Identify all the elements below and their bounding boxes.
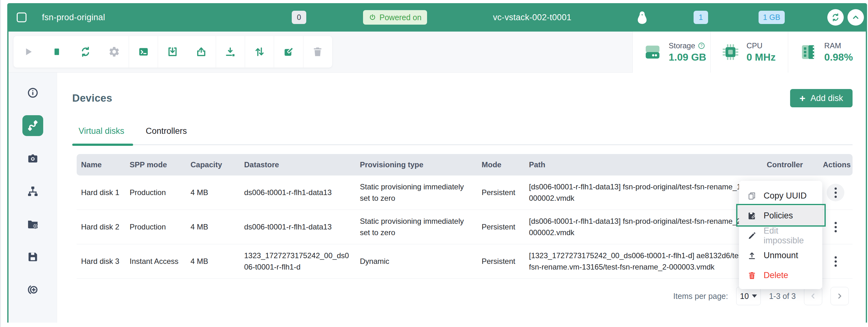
menu-item-unmount[interactable]: Unmount <box>739 245 822 265</box>
menu-item-label: Unmount <box>764 250 798 260</box>
add-circle-icon <box>27 284 39 296</box>
vm-panel-body: Storage ? 1.09 GB CPU 0 MHz <box>7 32 867 323</box>
col-spp-mode: SPP mode <box>125 154 186 176</box>
tab-controllers[interactable]: Controllers <box>144 126 189 144</box>
sidebar-item-info[interactable] <box>25 85 40 100</box>
migrate-button[interactable] <box>245 36 274 67</box>
sidebar-item-network[interactable] <box>25 184 40 199</box>
menu-item-label: Delete <box>764 270 788 280</box>
devices-tabs: Virtual disks Controllers <box>72 126 852 145</box>
page-size-value: 10 <box>740 292 749 301</box>
menu-item-delete[interactable]: Delete <box>739 265 822 285</box>
col-name: Name <box>76 154 125 176</box>
download-button[interactable] <box>216 36 245 67</box>
cell-provisioning: Static provisioning immediately set to z… <box>355 176 477 210</box>
sidebar-item-storage-policies[interactable] <box>25 216 40 232</box>
page-size-select[interactable]: 10 <box>736 287 761 305</box>
terminal-icon <box>137 46 150 58</box>
cell-path: [ds006-t0001-r-flh1-data13] fsn-prod-ori… <box>525 176 762 210</box>
folder-gear-icon <box>27 218 39 230</box>
cell-path: [1323_1727273175242_00_ds006-t0001-r-flh… <box>525 244 762 279</box>
menu-item-copy-uuid[interactable]: Copy UUID <box>739 186 822 206</box>
stop-button[interactable] <box>42 36 71 67</box>
caret-down-icon <box>752 295 757 298</box>
question-circle-icon[interactable]: ? <box>698 42 705 50</box>
camera-icon <box>27 152 39 165</box>
unmount-disk-button[interactable] <box>187 36 216 67</box>
power-icon <box>369 13 376 21</box>
vm-panel: fsn-prod-original 0 Powered on vc-vstack… <box>7 3 867 323</box>
cell-provisioning: Dynamic <box>355 244 477 279</box>
vm-name: fsn-prod-original <box>42 12 105 22</box>
chevron-right-icon <box>836 292 844 300</box>
restart-button[interactable] <box>71 36 100 67</box>
menu-item-label: Policies <box>764 211 793 220</box>
virtual-disks-table: Name SPP mode Capacity Datastore Provisi… <box>76 154 852 279</box>
cell-spp-mode: Production <box>125 176 186 210</box>
menu-item-edit-impossible[interactable]: Edit impossible <box>739 226 822 245</box>
tab-virtual-disks[interactable]: Virtual disks <box>76 126 126 144</box>
refresh-button[interactable] <box>827 9 844 26</box>
cell-mode: Persistent <box>477 210 525 244</box>
play-button[interactable] <box>13 36 42 67</box>
cable-icon <box>27 119 39 132</box>
col-datastore: Datastore <box>240 154 355 176</box>
col-actions: Actions <box>818 154 852 176</box>
download-icon <box>224 46 236 58</box>
cell-provisioning: Static provisioning immediately set to z… <box>355 210 477 244</box>
cell-name: Hard disk 1 <box>76 176 125 210</box>
mount-button[interactable] <box>158 36 187 67</box>
cpu-icon <box>721 43 740 61</box>
ram-label: RAM <box>824 41 841 50</box>
settings-button[interactable] <box>100 36 129 67</box>
arrow-into-box-icon <box>166 46 179 58</box>
row-actions-button[interactable] <box>827 218 844 236</box>
cell-mode: Persistent <box>477 244 525 279</box>
col-provisioning: Provisioning type <box>355 154 477 176</box>
storage-icon <box>644 43 662 61</box>
power-status-badge: Powered on <box>363 10 427 25</box>
col-path: Path <box>525 154 762 176</box>
vm-sidebar <box>8 72 57 323</box>
prev-page-button[interactable] <box>804 287 822 305</box>
collapse-button[interactable] <box>847 9 864 26</box>
next-page-button[interactable] <box>831 287 849 305</box>
vm-header: fsn-prod-original 0 Powered on vc-vstack… <box>7 3 867 32</box>
console-button[interactable] <box>129 36 158 67</box>
storage-value: 1.09 GB <box>669 52 706 63</box>
table-row: Hard disk 3 Instant Access 4 MB 1323_172… <box>76 244 852 279</box>
sidebar-item-add[interactable] <box>25 282 40 297</box>
cell-path: [ds006-t0001-r-flh1-data13] fsn-prod-ori… <box>525 210 762 244</box>
add-disk-label: Add disk <box>810 93 843 103</box>
info-icon <box>27 87 39 99</box>
snapshot-count-badge: 0 <box>292 11 306 24</box>
cell-datastore: ds006-t0001-r-flh1-data13 <box>240 210 355 244</box>
cell-spp-mode: Production <box>125 210 186 244</box>
chevron-up-icon <box>851 12 861 22</box>
col-capacity: Capacity <box>186 154 240 176</box>
delete-vm-button[interactable] <box>303 36 332 67</box>
svg-text:?: ? <box>701 43 703 48</box>
penguin-linux-icon <box>635 9 649 25</box>
memory-badge: 1 GB <box>758 11 785 24</box>
network-icon <box>27 185 39 197</box>
row-actions-button[interactable] <box>827 252 844 270</box>
vm-select-checkbox[interactable] <box>17 12 27 22</box>
add-disk-button[interactable]: + Add disk <box>790 89 852 107</box>
sidebar-item-devices[interactable] <box>22 115 43 136</box>
disk-actions-menu: Copy UUID Policies Edit impossible Unmou… <box>739 181 822 289</box>
menu-item-policies[interactable]: Policies <box>739 206 822 226</box>
plus-icon: + <box>800 93 806 103</box>
row-actions-button[interactable] <box>827 184 844 201</box>
edit-vm-button[interactable] <box>274 36 303 67</box>
stop-icon <box>51 46 63 58</box>
gear-icon <box>108 46 120 58</box>
power-status-label: Powered on <box>379 13 422 22</box>
sidebar-item-snapshots[interactable] <box>25 151 40 166</box>
vm-details-screen: fsn-prod-original 0 Powered on vc-vstack… <box>0 0 868 327</box>
cell-name: Hard disk 2 <box>76 210 125 244</box>
trash-icon <box>747 271 757 280</box>
policies-icon <box>747 211 757 220</box>
sidebar-item-backups[interactable] <box>25 249 40 265</box>
cpu-count-badge: 1 <box>693 11 708 24</box>
